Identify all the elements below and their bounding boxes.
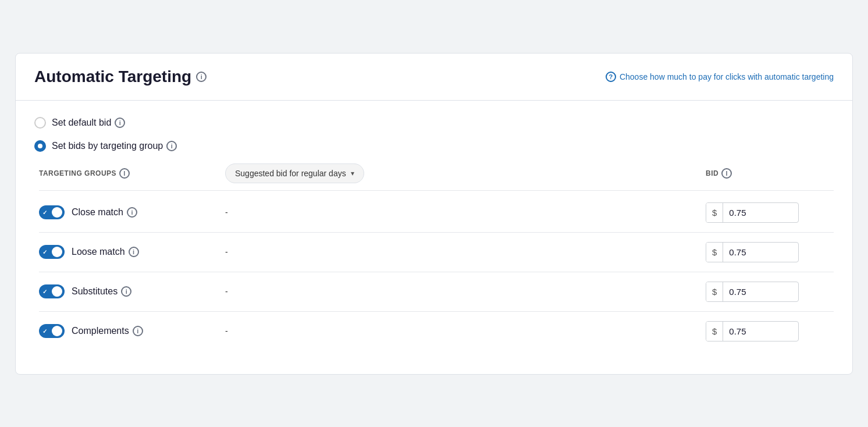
bid-col-info-icon[interactable]: i bbox=[721, 168, 732, 179]
help-link[interactable]: ? Choose how much to pay for clicks with… bbox=[606, 72, 834, 82]
complements-toggle[interactable]: ✓ bbox=[39, 324, 65, 338]
card-body: Set default bid i Set bids by targeting … bbox=[16, 101, 852, 374]
chevron-down-icon: ▾ bbox=[351, 169, 354, 177]
loose-match-label-group: ✓ Loose match i bbox=[39, 245, 225, 259]
col-header-suggested: Suggested bid for regular days ▾ bbox=[225, 163, 706, 183]
radio-targeting-group[interactable] bbox=[34, 140, 46, 152]
toggle-check-icon: ✓ bbox=[42, 328, 47, 335]
help-question-icon: ? bbox=[606, 72, 616, 82]
close-match-label-group: ✓ Close match i bbox=[39, 205, 225, 219]
help-link-text: Choose how much to pay for clicks with a… bbox=[620, 72, 834, 81]
complements-currency-symbol: $ bbox=[706, 322, 723, 341]
default-bid-info-icon[interactable]: i bbox=[115, 118, 125, 128]
close-match-toggle[interactable]: ✓ bbox=[39, 205, 65, 219]
substitutes-suggested-value: - bbox=[225, 287, 706, 296]
substitutes-toggle[interactable]: ✓ bbox=[39, 284, 65, 298]
loose-match-toggle[interactable]: ✓ bbox=[39, 245, 65, 259]
substitutes-name: Substitutes i bbox=[72, 286, 131, 297]
substitutes-bid-input[interactable] bbox=[723, 282, 781, 301]
loose-match-name: Loose match i bbox=[72, 247, 139, 257]
toggle-check-icon: ✓ bbox=[42, 249, 47, 255]
table-row: ✓ Complements i - $ bbox=[39, 312, 834, 351]
complements-bid-input[interactable] bbox=[723, 322, 781, 341]
table-row: ✓ Substitutes i - $ bbox=[39, 272, 834, 312]
targeting-groups-col-info-icon[interactable]: i bbox=[119, 168, 130, 179]
close-match-bid-input[interactable] bbox=[723, 203, 781, 222]
targeting-group-info-icon[interactable]: i bbox=[166, 141, 177, 151]
complements-name: Complements i bbox=[72, 326, 143, 336]
close-match-info-icon[interactable]: i bbox=[127, 207, 137, 218]
table-row: ✓ Close match i - $ bbox=[39, 193, 834, 233]
substitutes-label-group: ✓ Substitutes i bbox=[39, 284, 225, 298]
toggle-check-icon: ✓ bbox=[42, 289, 47, 295]
loose-match-currency-symbol: $ bbox=[706, 243, 723, 262]
substitutes-bid-input-wrapper: $ bbox=[706, 282, 799, 302]
complements-bid-input-wrapper: $ bbox=[706, 321, 799, 341]
close-match-name: Close match i bbox=[72, 207, 137, 218]
radio-targeting-group-label: Set bids by targeting group i bbox=[52, 141, 177, 151]
title-info-icon[interactable]: i bbox=[196, 72, 207, 82]
page-title: Automatic Targeting bbox=[34, 67, 191, 86]
radio-row-default-bid[interactable]: Set default bid i bbox=[34, 117, 834, 129]
card-title-group: Automatic Targeting i bbox=[34, 67, 207, 86]
complements-suggested-value: - bbox=[225, 326, 706, 336]
close-match-suggested-value: - bbox=[225, 208, 706, 217]
suggested-bid-dropdown[interactable]: Suggested bid for regular days ▾ bbox=[225, 163, 364, 183]
complements-label-group: ✓ Complements i bbox=[39, 324, 225, 338]
substitutes-currency-symbol: $ bbox=[706, 282, 723, 301]
close-match-bid-input-wrapper: $ bbox=[706, 202, 799, 223]
loose-match-info-icon[interactable]: i bbox=[129, 247, 139, 257]
card-header: Automatic Targeting i ? Choose how much … bbox=[16, 54, 852, 101]
loose-match-bid-input[interactable] bbox=[723, 243, 781, 262]
complements-info-icon[interactable]: i bbox=[133, 326, 143, 336]
table-row: ✓ Loose match i - $ bbox=[39, 233, 834, 272]
loose-match-bid-input-wrapper: $ bbox=[706, 242, 799, 262]
automatic-targeting-card: Automatic Targeting i ? Choose how much … bbox=[15, 53, 853, 375]
radio-default-bid[interactable] bbox=[34, 117, 46, 129]
col-header-bid: BID i bbox=[706, 168, 834, 179]
col-header-targeting-groups: TARGETING GROUPS i bbox=[39, 168, 225, 179]
suggested-dropdown-label: Suggested bid for regular days bbox=[235, 169, 346, 178]
close-match-currency-symbol: $ bbox=[706, 203, 723, 222]
loose-match-suggested-value: - bbox=[225, 247, 706, 257]
radio-row-targeting-group[interactable]: Set bids by targeting group i bbox=[34, 140, 834, 152]
substitutes-info-icon[interactable]: i bbox=[121, 286, 131, 297]
radio-default-bid-label: Set default bid i bbox=[52, 118, 125, 128]
targeting-table: TARGETING GROUPS i Suggested bid for reg… bbox=[39, 163, 834, 351]
table-header: TARGETING GROUPS i Suggested bid for reg… bbox=[39, 163, 834, 191]
toggle-check-icon: ✓ bbox=[42, 209, 47, 216]
